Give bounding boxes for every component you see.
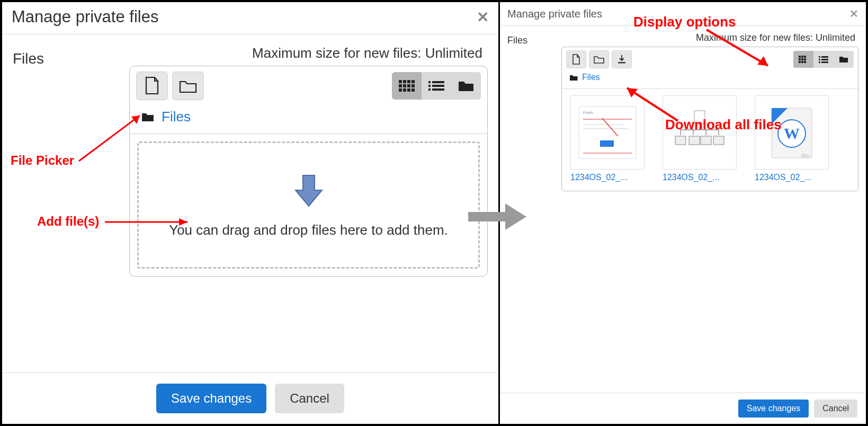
download-all-button[interactable]	[612, 50, 632, 68]
cancel-button[interactable]: Cancel	[275, 384, 344, 413]
file-icon	[145, 77, 159, 95]
folder-outline-icon	[594, 55, 604, 64]
file-thumbnail: Form	[570, 95, 645, 170]
file-name[interactable]: 1234OS_02_...	[755, 173, 834, 182]
svg-rect-37	[821, 59, 828, 60]
svg-rect-24	[618, 62, 625, 64]
breadcrumb-root-link[interactable]: Files	[162, 109, 191, 125]
list-icon	[428, 80, 444, 92]
download-icon	[617, 55, 627, 64]
svg-rect-17	[432, 88, 444, 91]
svg-rect-36	[819, 59, 820, 60]
svg-rect-26	[801, 56, 803, 58]
svg-rect-30	[804, 58, 806, 60]
svg-rect-34	[819, 56, 820, 58]
svg-rect-22	[468, 212, 505, 221]
view-icons-button[interactable]	[793, 51, 813, 68]
view-list-button[interactable]	[813, 51, 834, 68]
svg-rect-48	[694, 111, 705, 123]
grid-icon	[399, 80, 415, 92]
view-list-button[interactable]	[422, 72, 451, 100]
svg-rect-15	[432, 85, 444, 87]
svg-rect-8	[399, 88, 402, 92]
svg-rect-28	[799, 58, 801, 60]
file-name[interactable]: 1234OS_02_...	[570, 173, 650, 182]
file-manager: Files You can drag and drop files here t…	[129, 66, 488, 277]
svg-rect-9	[403, 88, 406, 92]
dialog-title: Manage private files	[507, 8, 602, 20]
dialog-header: Manage private files ✕	[2, 2, 498, 34]
dialog-right: Manage private files ✕ Files Maximum siz…	[500, 2, 866, 424]
add-file-button[interactable]	[566, 50, 586, 68]
svg-rect-52	[713, 136, 724, 145]
svg-rect-49	[675, 136, 686, 145]
svg-rect-25	[799, 56, 801, 58]
svg-rect-39	[821, 61, 828, 63]
svg-rect-2	[407, 80, 410, 83]
svg-text:W: W	[784, 125, 800, 142]
svg-rect-6	[407, 84, 410, 87]
view-tree-button[interactable]	[451, 72, 481, 100]
dialog-title: Manage private files	[12, 7, 158, 26]
svg-rect-29	[801, 58, 803, 60]
max-size-text: Maximum size for new files: Unlimited	[129, 45, 488, 61]
folder-solid-icon	[458, 79, 474, 92]
file-thumbnail: W	[755, 95, 829, 170]
max-size-text: Maximum size for new files: Unlimited	[561, 32, 858, 43]
save-button[interactable]: Save changes	[156, 384, 266, 413]
drop-zone[interactable]: You can drag and drop files here to add …	[137, 141, 480, 269]
svg-rect-32	[801, 61, 803, 63]
transition-arrow-icon	[468, 198, 526, 235]
svg-rect-1	[403, 80, 406, 83]
file-item[interactable]: 1234OS_02_...	[663, 95, 742, 182]
create-folder-button[interactable]	[589, 50, 609, 68]
create-folder-button[interactable]	[172, 72, 204, 100]
grid-icon	[799, 56, 808, 63]
breadcrumb-root-link[interactable]: Files	[582, 73, 600, 82]
folder-solid-icon	[569, 74, 578, 81]
svg-rect-11	[411, 88, 415, 92]
file-icon	[572, 54, 580, 65]
svg-rect-14	[428, 85, 431, 87]
svg-rect-0	[399, 80, 402, 83]
svg-rect-38	[819, 61, 820, 63]
close-icon[interactable]: ✕	[477, 8, 489, 26]
svg-rect-10	[407, 88, 410, 92]
svg-rect-33	[804, 61, 806, 63]
dialog-left: Manage private files ✕ Files Maximum siz…	[2, 2, 500, 424]
view-tree-button[interactable]	[834, 51, 854, 68]
svg-rect-4	[399, 84, 402, 87]
file-manager: Files Form 1234OS_02_...	[561, 47, 858, 191]
file-item[interactable]: Form 1234OS_02_...	[570, 95, 650, 182]
svg-rect-35	[821, 56, 828, 58]
drop-text: You can drag and drop files here to add …	[169, 222, 448, 238]
folder-solid-icon	[141, 112, 154, 122]
list-icon	[819, 56, 828, 63]
add-file-button[interactable]	[136, 72, 168, 100]
folder-outline-icon	[179, 78, 197, 93]
svg-rect-3	[411, 80, 415, 83]
folder-solid-icon	[839, 56, 848, 63]
file-name[interactable]: 1234OS_02_...	[663, 173, 742, 182]
view-icons-button[interactable]	[392, 72, 422, 100]
svg-rect-46	[600, 140, 614, 147]
save-button[interactable]: Save changes	[738, 400, 809, 418]
svg-rect-51	[701, 136, 711, 145]
file-grid: Form 1234OS_02_... 1234OS_02_...	[562, 88, 858, 191]
breadcrumb: Files	[130, 104, 487, 134]
svg-rect-27	[804, 56, 806, 58]
file-thumbnail	[663, 95, 737, 170]
svg-rect-7	[411, 84, 415, 87]
dialog-header: Manage private files ✕	[500, 2, 866, 26]
download-arrow-icon	[290, 172, 327, 209]
files-field-label: Files	[507, 35, 555, 46]
file-item[interactable]: W 1234OS_02_...	[755, 95, 834, 182]
cancel-button[interactable]: Cancel	[814, 400, 857, 418]
svg-text:Form: Form	[583, 110, 593, 115]
svg-rect-50	[689, 136, 700, 145]
breadcrumb: Files	[562, 70, 858, 86]
svg-rect-12	[428, 81, 431, 83]
files-field-label: Files	[13, 50, 119, 67]
svg-rect-5	[403, 84, 406, 87]
close-icon[interactable]: ✕	[849, 7, 858, 20]
